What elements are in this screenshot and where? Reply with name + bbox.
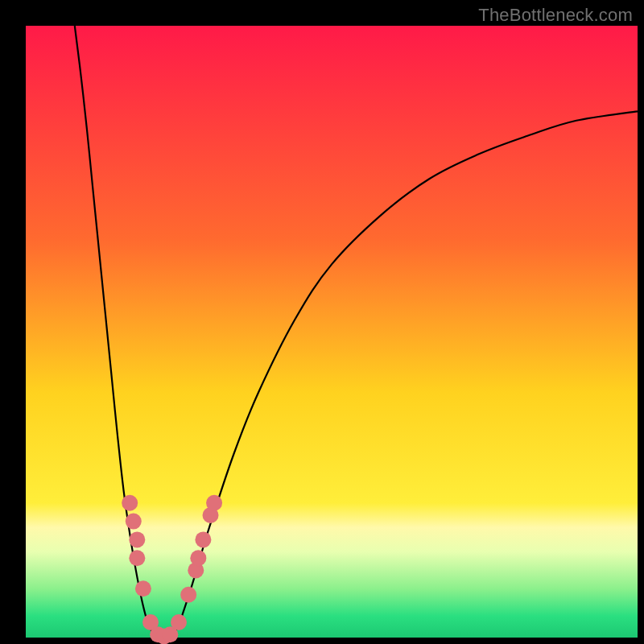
watermark-text: TheBottleneck.com xyxy=(478,5,633,26)
bottleneck-chart xyxy=(0,0,644,644)
chart-frame: TheBottleneck.com xyxy=(0,0,644,644)
highlight-dot xyxy=(171,614,187,630)
highlight-dot xyxy=(129,550,145,566)
highlight-dot xyxy=(195,531,211,547)
highlight-dot xyxy=(126,514,142,530)
highlight-dot xyxy=(190,550,206,566)
highlight-dot xyxy=(135,580,151,597)
plot-background xyxy=(26,26,638,638)
highlight-dot xyxy=(122,495,138,511)
highlight-dot xyxy=(206,495,222,511)
highlight-dot xyxy=(180,587,196,603)
highlight-dot xyxy=(129,531,145,547)
